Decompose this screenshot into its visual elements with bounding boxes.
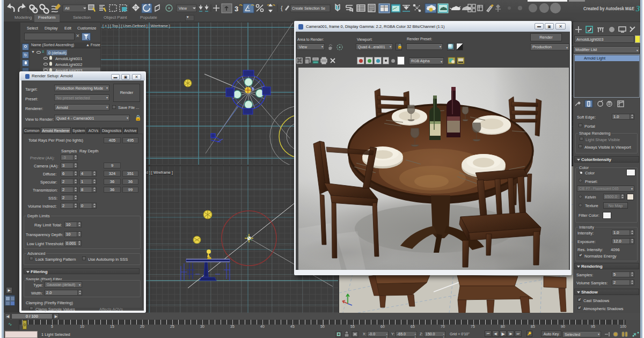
svg-text:Created by Autodesk M&E: Created by Autodesk M&E xyxy=(583,5,634,11)
svg-text:3: 3 xyxy=(235,5,238,13)
svg-text:View: View xyxy=(179,6,187,10)
svg-text:Create Selection Se: Create Selection Se xyxy=(292,6,325,10)
svg-text:{: { xyxy=(281,5,283,11)
svg-text:All: All xyxy=(65,6,70,11)
svg-text:3: 3 xyxy=(635,4,640,13)
